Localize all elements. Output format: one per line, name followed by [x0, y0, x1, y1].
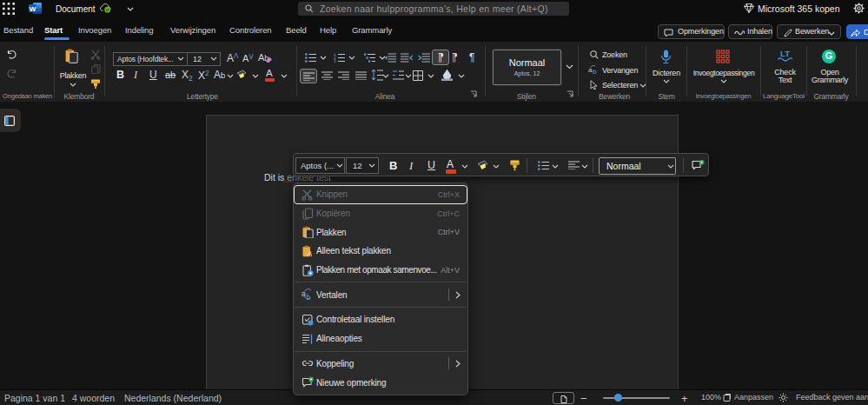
- svg-text:A: A: [306, 249, 312, 257]
- svg-text:3: 3: [334, 59, 336, 63]
- svg-text:b: b: [307, 293, 311, 302]
- svg-text:W: W: [30, 5, 36, 13]
- svg-text:b: b: [593, 68, 597, 75]
